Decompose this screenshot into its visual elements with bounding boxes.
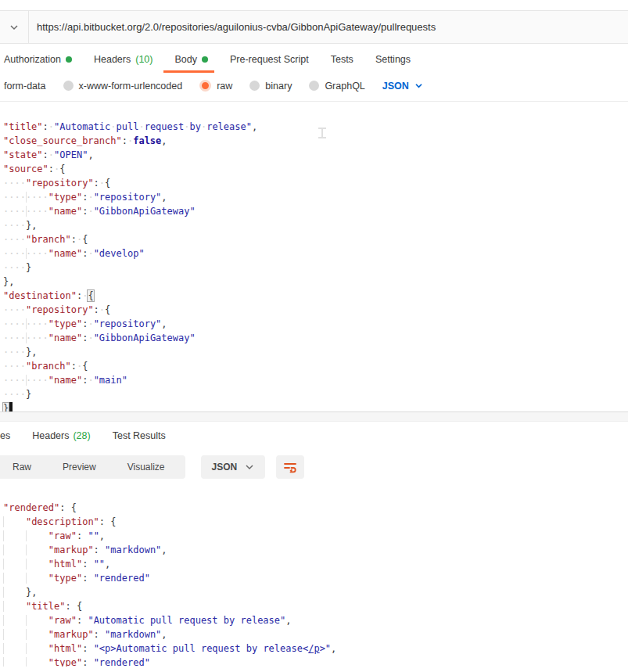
code-token: "repository" xyxy=(26,178,94,189)
code-token xyxy=(88,643,93,654)
code-token: : xyxy=(48,164,54,174)
tab-label: Settings xyxy=(375,54,411,65)
code-token: { xyxy=(71,502,77,513)
wrap-text-button[interactable] xyxy=(276,455,304,479)
code-token: , xyxy=(9,276,14,287)
code-token xyxy=(3,516,26,527)
radio-icon xyxy=(249,81,260,91)
code-token: · xyxy=(88,248,93,259)
code-token xyxy=(3,615,26,626)
response-body-viewer[interactable]: "rendered": { "description": { "raw": ""… xyxy=(0,484,628,667)
code-line: ····"branch":·{ xyxy=(3,232,628,246)
response-language-dropdown[interactable]: JSON xyxy=(201,455,266,479)
code-token: ···· xyxy=(26,332,48,343)
code-token: : xyxy=(94,178,99,189)
code-line: "destination":·{ xyxy=(3,289,628,303)
tab-headers[interactable]: Headers (10) xyxy=(83,54,163,73)
body-language-dropdown[interactable]: JSON xyxy=(382,81,423,92)
code-token: : xyxy=(65,601,70,612)
tab-test-results[interactable]: Test Results xyxy=(113,430,166,441)
code-token xyxy=(3,629,26,640)
url-input[interactable]: https://api.bitbucket.org/2.0/repositori… xyxy=(29,11,628,43)
method-dropdown[interactable] xyxy=(0,11,29,43)
code-line: ········"name":·"GibbonApiGateway" xyxy=(3,204,628,218)
code-token xyxy=(3,573,26,584)
code-token: "rendered" xyxy=(94,573,150,584)
code-token: · xyxy=(88,192,93,203)
tab-label: Headers xyxy=(94,54,131,65)
code-token: : xyxy=(94,304,99,315)
code-token: } xyxy=(26,389,31,400)
chevron-down-icon xyxy=(414,83,423,88)
headers-count: (28) xyxy=(73,430,90,441)
code-token: ···· xyxy=(3,304,26,315)
code-line: "html": "", xyxy=(3,557,628,571)
code-token: pull xyxy=(117,121,139,132)
code-token: { xyxy=(59,164,65,174)
body-type-raw[interactable]: raw xyxy=(199,80,232,92)
tab-label: es xyxy=(0,430,10,441)
code-token xyxy=(26,615,48,626)
code-token: : xyxy=(94,629,99,640)
code-line: "title": { xyxy=(3,599,628,613)
code-token: : xyxy=(43,121,48,132)
code-token: ···· xyxy=(3,262,26,273)
code-line: "raw": "Automatic pull request by releas… xyxy=(3,613,628,627)
code-token: : xyxy=(122,135,127,146)
code-token: ···· xyxy=(3,248,26,259)
code-line: "close_source_branch":·false, xyxy=(3,134,628,148)
code-token: "html" xyxy=(48,559,82,570)
option-label: GraphQL xyxy=(325,81,364,92)
body-type-x-www-form-urlencoded[interactable]: x-www-form-urlencoded xyxy=(63,81,183,92)
tab-label: Tests xyxy=(331,54,353,65)
code-token: "html" xyxy=(48,643,82,654)
code-token: · xyxy=(88,318,93,329)
code-token: "state" xyxy=(3,149,43,160)
code-token: } xyxy=(26,262,31,273)
tab-label: Headers xyxy=(32,430,69,441)
code-token: , xyxy=(99,530,105,541)
tab-authorization[interactable]: Authorization xyxy=(4,54,83,73)
tab-tests[interactable]: Tests xyxy=(320,54,364,73)
code-token: , xyxy=(161,135,167,146)
request-body-editor[interactable]: "title":·"Automatic·pull·request·by·rele… xyxy=(0,102,628,411)
tab-cookies-partial[interactable]: es xyxy=(0,430,10,441)
code-token: "" xyxy=(94,559,105,570)
tab-response-headers[interactable]: Headers (28) xyxy=(32,430,90,441)
body-type-form-data[interactable]: form-data xyxy=(4,81,46,92)
tab-settings[interactable]: Settings xyxy=(364,54,422,73)
language-label: JSON xyxy=(382,81,409,92)
body-type-graphql[interactable]: GraphQL xyxy=(309,81,364,92)
code-token xyxy=(3,530,26,541)
radio-icon xyxy=(309,81,319,91)
code-line: ····} xyxy=(3,387,628,401)
code-token: · xyxy=(110,121,116,132)
tab-pre-request-script[interactable]: Pre-request Script xyxy=(219,54,320,73)
green-dot-icon xyxy=(202,56,208,63)
radio-icon xyxy=(63,81,74,91)
code-token: { xyxy=(88,290,93,301)
pane-splitter[interactable] xyxy=(0,411,628,422)
code-token: ···· xyxy=(3,347,26,358)
option-label: x-www-form-urlencoded xyxy=(79,81,183,92)
code-line: "state":·"OPEN", xyxy=(3,148,628,162)
code-token: "rendered" xyxy=(94,657,150,667)
code-token xyxy=(26,657,48,667)
code-line: "description": { xyxy=(3,515,628,529)
code-token: "markup" xyxy=(48,544,94,555)
code-token: "OPEN" xyxy=(54,149,88,160)
option-label: form-data xyxy=(4,81,46,92)
code-token: ···· xyxy=(3,234,26,245)
body-type-binary[interactable]: binary xyxy=(249,81,292,92)
tab-label: Body xyxy=(174,54,197,65)
view-visualize[interactable]: Visualize xyxy=(112,462,181,473)
code-token: , xyxy=(161,318,167,329)
view-preview[interactable]: Preview xyxy=(47,462,112,473)
code-line: ····"repository":·{ xyxy=(3,303,628,317)
code-token: { xyxy=(82,234,88,245)
code-token: : xyxy=(94,544,99,555)
code-line: ········"name":·"develop" xyxy=(3,246,628,261)
view-raw[interactable]: Raw xyxy=(0,462,47,473)
tab-body[interactable]: Body xyxy=(163,54,219,73)
ibeam-mouse-cursor xyxy=(318,126,327,140)
